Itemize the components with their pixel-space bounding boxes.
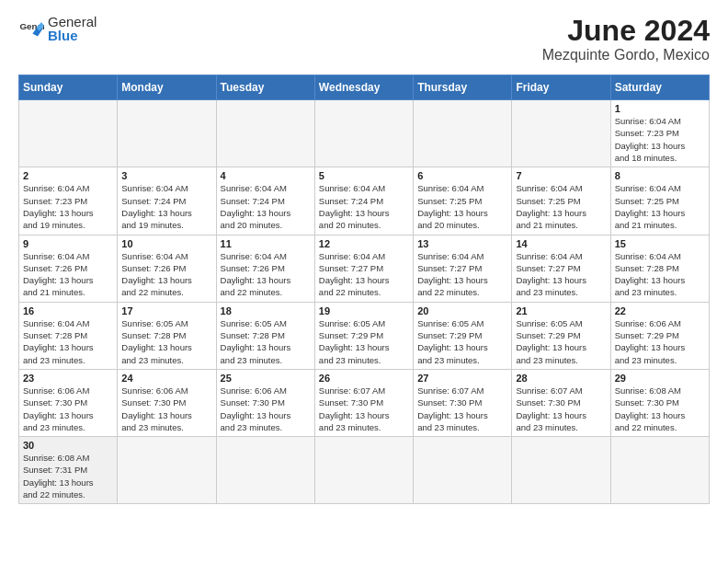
page-header: General General Blue June 2024 Mezquinte… xyxy=(18,15,710,63)
calendar-cell xyxy=(512,437,610,504)
day-info: Sunrise: 6:06 AM Sunset: 7:30 PM Dayligh… xyxy=(221,385,311,433)
logo-blue-text: Blue xyxy=(48,29,97,42)
calendar-cell xyxy=(118,100,216,167)
calendar-cell: 3Sunrise: 6:04 AM Sunset: 7:24 PM Daylig… xyxy=(118,167,216,235)
calendar-cell: 28Sunrise: 6:07 AM Sunset: 7:30 PM Dayli… xyxy=(512,369,610,436)
calendar-cell: 25Sunrise: 6:06 AM Sunset: 7:30 PM Dayli… xyxy=(216,369,314,436)
day-info: Sunrise: 6:04 AM Sunset: 7:28 PM Dayligh… xyxy=(23,317,113,366)
calendar-cell: 16Sunrise: 6:04 AM Sunset: 7:28 PM Dayli… xyxy=(19,302,118,369)
calendar-cell xyxy=(414,100,512,167)
day-number: 27 xyxy=(417,373,507,384)
calendar-title: June 2024 xyxy=(542,15,710,47)
weekday-header-wednesday: Wednesday xyxy=(314,75,413,100)
day-info: Sunrise: 6:05 AM Sunset: 7:28 PM Dayligh… xyxy=(121,317,211,366)
day-info: Sunrise: 6:06 AM Sunset: 7:29 PM Dayligh… xyxy=(615,317,705,366)
calendar-table: SundayMondayTuesdayWednesdayThursdayFrid… xyxy=(18,75,710,504)
day-info: Sunrise: 6:04 AM Sunset: 7:25 PM Dayligh… xyxy=(417,182,507,231)
calendar-cell: 19Sunrise: 6:05 AM Sunset: 7:29 PM Dayli… xyxy=(314,302,413,369)
calendar-week-row: 2Sunrise: 6:04 AM Sunset: 7:23 PM Daylig… xyxy=(19,167,710,235)
calendar-cell: 13Sunrise: 6:04 AM Sunset: 7:27 PM Dayli… xyxy=(414,235,512,302)
day-info: Sunrise: 6:05 AM Sunset: 7:29 PM Dayligh… xyxy=(417,317,507,366)
calendar-week-row: 1Sunrise: 6:04 AM Sunset: 7:23 PM Daylig… xyxy=(19,100,710,167)
day-info: Sunrise: 6:04 AM Sunset: 7:25 PM Dayligh… xyxy=(615,182,705,231)
day-number: 17 xyxy=(121,305,211,316)
calendar-cell: 10Sunrise: 6:04 AM Sunset: 7:26 PM Dayli… xyxy=(118,235,216,302)
calendar-cell xyxy=(414,437,512,504)
calendar-cell: 24Sunrise: 6:06 AM Sunset: 7:30 PM Dayli… xyxy=(118,369,216,436)
day-info: Sunrise: 6:04 AM Sunset: 7:28 PM Dayligh… xyxy=(615,250,705,299)
calendar-cell: 12Sunrise: 6:04 AM Sunset: 7:27 PM Dayli… xyxy=(314,235,413,302)
day-info: Sunrise: 6:04 AM Sunset: 7:27 PM Dayligh… xyxy=(417,250,507,299)
day-number: 18 xyxy=(221,305,311,316)
day-number: 25 xyxy=(221,373,311,384)
day-number: 7 xyxy=(516,170,606,181)
day-number: 3 xyxy=(121,170,211,181)
day-info: Sunrise: 6:06 AM Sunset: 7:30 PM Dayligh… xyxy=(23,385,113,433)
calendar-week-row: 30Sunrise: 6:08 AM Sunset: 7:31 PM Dayli… xyxy=(19,437,710,504)
day-number: 23 xyxy=(23,373,113,384)
day-number: 6 xyxy=(417,170,507,181)
calendar-cell xyxy=(512,100,610,167)
day-number: 14 xyxy=(516,238,606,249)
day-number: 29 xyxy=(615,373,705,384)
calendar-cell xyxy=(118,437,216,504)
calendar-week-row: 16Sunrise: 6:04 AM Sunset: 7:28 PM Dayli… xyxy=(19,302,710,369)
calendar-cell: 9Sunrise: 6:04 AM Sunset: 7:26 PM Daylig… xyxy=(19,235,118,302)
logo-general-text: General xyxy=(48,15,97,29)
weekday-header-row: SundayMondayTuesdayWednesdayThursdayFrid… xyxy=(19,75,710,100)
calendar-cell: 8Sunrise: 6:04 AM Sunset: 7:25 PM Daylig… xyxy=(610,167,709,235)
day-info: Sunrise: 6:05 AM Sunset: 7:28 PM Dayligh… xyxy=(221,317,311,366)
day-info: Sunrise: 6:05 AM Sunset: 7:29 PM Dayligh… xyxy=(516,317,606,366)
day-number: 28 xyxy=(516,373,606,384)
calendar-cell: 26Sunrise: 6:07 AM Sunset: 7:30 PM Dayli… xyxy=(314,369,413,436)
calendar-cell xyxy=(314,437,413,504)
calendar-cell: 4Sunrise: 6:04 AM Sunset: 7:24 PM Daylig… xyxy=(216,167,314,235)
calendar-cell xyxy=(216,437,314,504)
calendar-cell: 27Sunrise: 6:07 AM Sunset: 7:30 PM Dayli… xyxy=(414,369,512,436)
calendar-cell: 11Sunrise: 6:04 AM Sunset: 7:26 PM Dayli… xyxy=(216,235,314,302)
day-info: Sunrise: 6:07 AM Sunset: 7:30 PM Dayligh… xyxy=(417,385,507,433)
day-number: 15 xyxy=(615,238,705,249)
calendar-cell: 15Sunrise: 6:04 AM Sunset: 7:28 PM Dayli… xyxy=(610,235,709,302)
day-info: Sunrise: 6:04 AM Sunset: 7:27 PM Dayligh… xyxy=(319,250,409,299)
day-number: 9 xyxy=(23,238,113,249)
day-number: 19 xyxy=(319,305,409,316)
calendar-cell: 5Sunrise: 6:04 AM Sunset: 7:24 PM Daylig… xyxy=(314,167,413,235)
day-info: Sunrise: 6:04 AM Sunset: 7:23 PM Dayligh… xyxy=(615,115,705,164)
day-info: Sunrise: 6:04 AM Sunset: 7:26 PM Dayligh… xyxy=(23,250,113,299)
day-number: 13 xyxy=(417,238,507,249)
weekday-header-tuesday: Tuesday xyxy=(216,75,314,100)
title-block: June 2024 Mezquinte Gordo, Mexico xyxy=(542,15,710,63)
day-number: 26 xyxy=(319,373,409,384)
day-number: 11 xyxy=(221,238,311,249)
day-number: 1 xyxy=(615,103,705,114)
day-number: 4 xyxy=(221,170,311,181)
calendar-cell: 30Sunrise: 6:08 AM Sunset: 7:31 PM Dayli… xyxy=(19,437,118,504)
calendar-cell: 2Sunrise: 6:04 AM Sunset: 7:23 PM Daylig… xyxy=(19,167,118,235)
day-info: Sunrise: 6:08 AM Sunset: 7:31 PM Dayligh… xyxy=(23,452,113,500)
calendar-cell xyxy=(19,100,118,167)
day-number: 8 xyxy=(615,170,705,181)
weekday-header-thursday: Thursday xyxy=(414,75,512,100)
day-info: Sunrise: 6:04 AM Sunset: 7:24 PM Dayligh… xyxy=(221,182,311,231)
day-number: 22 xyxy=(615,305,705,316)
weekday-header-saturday: Saturday xyxy=(610,75,709,100)
calendar-cell: 21Sunrise: 6:05 AM Sunset: 7:29 PM Dayli… xyxy=(512,302,610,369)
logo-icon: General xyxy=(18,16,44,41)
calendar-cell: 18Sunrise: 6:05 AM Sunset: 7:28 PM Dayli… xyxy=(216,302,314,369)
calendar-cell xyxy=(610,437,709,504)
day-number: 16 xyxy=(23,305,113,316)
weekday-header-friday: Friday xyxy=(512,75,610,100)
day-info: Sunrise: 6:04 AM Sunset: 7:26 PM Dayligh… xyxy=(121,250,211,299)
day-number: 30 xyxy=(23,440,113,451)
day-info: Sunrise: 6:08 AM Sunset: 7:30 PM Dayligh… xyxy=(615,385,705,433)
day-info: Sunrise: 6:04 AM Sunset: 7:24 PM Dayligh… xyxy=(319,182,409,231)
logo: General General Blue xyxy=(18,15,97,42)
calendar-cell xyxy=(216,100,314,167)
day-number: 10 xyxy=(121,238,211,249)
calendar-cell: 6Sunrise: 6:04 AM Sunset: 7:25 PM Daylig… xyxy=(414,167,512,235)
day-info: Sunrise: 6:04 AM Sunset: 7:23 PM Dayligh… xyxy=(23,182,113,231)
day-info: Sunrise: 6:07 AM Sunset: 7:30 PM Dayligh… xyxy=(319,385,409,433)
calendar-week-row: 23Sunrise: 6:06 AM Sunset: 7:30 PM Dayli… xyxy=(19,369,710,436)
calendar-cell: 20Sunrise: 6:05 AM Sunset: 7:29 PM Dayli… xyxy=(414,302,512,369)
